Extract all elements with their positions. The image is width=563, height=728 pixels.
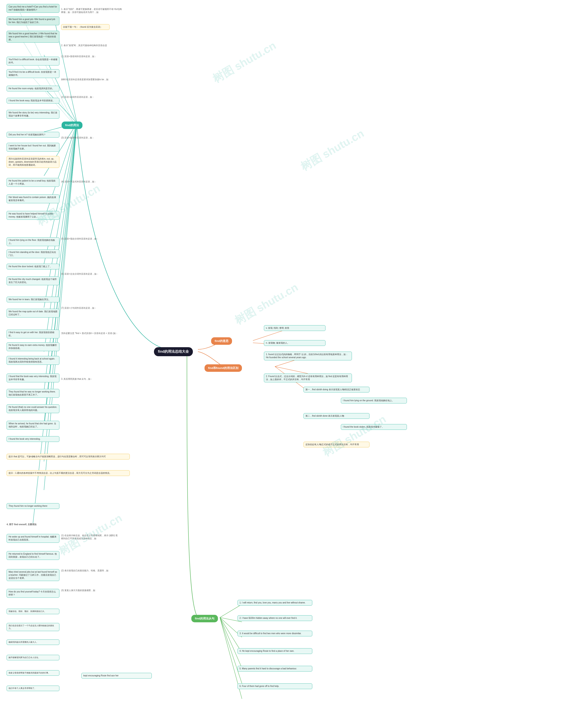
ex-room-empty: He found the room empty. 他发现房间是空的。: [7, 86, 59, 91]
find-found-note-3: 第一，find sb/sth doing 表示发现某人/物情况正做某状态: [304, 387, 370, 392]
that-clause-tip: 提示 that 是可以，可参省略当句子较新清晰而说，进行句在里层整合时，而可可以…: [7, 454, 130, 459]
it-easy-note: 另外还要注意 "find + 形式宾语it + 宾语补足语 + 宾语 (如：: [61, 332, 120, 335]
svg-line-16: [275, 367, 308, 374]
found-note: 比较下面一句：（found 后为复合宾语）: [61, 24, 109, 30]
pattern-4-label: (4) 宾语+不定式作宾语补足语，如：: [61, 180, 116, 183]
ex-easy-earn: He found it easy to earn extra money. 他发…: [7, 342, 59, 351]
branch-find-clause: find的用法从句: [191, 615, 218, 622]
watermark-1: 树图 shutu.cn: [210, 38, 279, 86]
section-annotation-1: 1. 表示"找到"，两者可更换两者，若宾语可被视而不有=for结构两项，如：宾语…: [61, 8, 123, 14]
ex-lying-floor: I found him lying on the floor. 我发现他躺在地板…: [7, 237, 59, 246]
ex-easy-get-on: I find it easy to get on with her. 我发现很容…: [7, 330, 59, 338]
central-node: find的用法总结大全: [154, 347, 193, 356]
left-note-3: 确保找到超出所需要的人最大人。: [7, 639, 59, 645]
clause-3: 3. It would be difficult to find two men…: [237, 631, 312, 636]
left-note-2: 我们也尝尝度识了一个不必这没人看到他做过的朋友力。: [7, 623, 59, 631]
branch-find-meaning: find的意思: [211, 337, 232, 345]
pattern-1-label: (1) 宾语+形容词作宾语补足语，如：: [61, 55, 116, 58]
ex-door-locked: He found the door locked. 他发现门锁上了。: [7, 264, 59, 269]
clause-2: 2. I have $100m hidden away where no one…: [237, 615, 312, 621]
find-oneself-note-2: (2) 表示发现自己的真实能力、性格、意愿等，如: [61, 569, 118, 572]
section-annotation-2: 2. 表示"发现"时，其后可接各种结构作宾语合适: [61, 44, 123, 47]
ex-book-interesting: I found that the book was very interesti…: [7, 374, 59, 382]
find-found-note-5: 还加括起有人/物正式的或不正式的用法没有，均不常用: [304, 442, 370, 447]
svg-line-10: [44, 123, 77, 428]
clause-4: 4. He kept encouraging Rosie to find a p…: [237, 648, 312, 654]
example-box-2: We found him a good job.=We found a good…: [7, 16, 59, 25]
ex-find-her-out: I went to her house but I found her out.…: [7, 143, 59, 152]
ex-teacher-herself: Mary tried several jobs but at last foun…: [7, 569, 59, 581]
watermark-3: 树图 shutu.cn: [34, 181, 103, 229]
ex-find-her-in: Did you find her in? 你发现她在家吗？: [7, 132, 59, 138]
ex-no-longer-working-alt: They found him no longer working there: [7, 503, 59, 509]
branch-find-found-diff: find和found的用法区别: [204, 364, 242, 372]
pattern-3-label: (3) 宾语+副词作宾语补足语，如：: [61, 136, 116, 139]
pattern-5-label: (5) 宾语+现在分词作宾语补足语，如：: [61, 237, 116, 240]
left-note-5: 很多父母觉得帮孩子挫败消消遣孩不好的行事。: [7, 670, 59, 676]
ex-patient-boy: He found the patient to be a small boy. …: [7, 178, 59, 187]
left-note-1: 我被你说、我却、整好、回调和朋友们大。: [7, 609, 59, 614]
ex-hospital: He woke up and found himself in hospital…: [7, 534, 59, 543]
left-note-6: 他们中有个人离去寻求帮助了。: [7, 686, 59, 691]
ex-famous: He returned to England to find himself f…: [7, 551, 59, 560]
ex-she-had-gone: When he arrived, he found that she had g…: [7, 421, 59, 430]
ex-standing-door: I found him standing at the door. 我发现他正站…: [7, 249, 59, 258]
clause-4-note: kept encouraging Rosie find ace her: [81, 673, 152, 679]
pattern-2-label: (2) 宾语+副词作宾语补足语，如：: [61, 96, 116, 99]
watermark-2: 树图 shutu.cn: [298, 126, 367, 174]
find-found-note-3-ex1: I found him lying on the ground. 我发现他躺在地…: [341, 398, 407, 403]
pattern-6-label: (6) 宾语+过去分词作宾语补足语，如：: [61, 272, 116, 276]
example-box-3: We found him a good teacher. (=We found …: [7, 31, 59, 43]
that-clause-tip2: 提示：1.通向的各种括弧中不考情况合适，比上句直不看的更活合适，双方无可分为之另…: [7, 470, 130, 476]
that-clause-note: 3. 其后用同其接 that 从句，如：: [61, 378, 120, 381]
pattern-7-label: (7) 宾语+小句词作宾语补足语，如：: [61, 307, 116, 310]
left-note-4: 她不能够迎到梦为自己已令人住址。: [7, 655, 59, 660]
adv-note: 则时/在宾语补足语若是更词加需要加接to be，如: [61, 78, 120, 81]
watermark-4: 树图 shutu.cn: [232, 280, 301, 328]
find-found-note-4: 第二，find sb/sth done 表示发现某人/物: [304, 413, 370, 419]
example-box-1: Can you find me a hotel?=Can you find a …: [7, 4, 59, 13]
adverb-note: 用方位副词作宾语补足语是常见的有in, out, up, down, upsta…: [7, 156, 59, 168]
find-oneself-note-3: (3) 某某人身方方面的直接感受，如: [61, 589, 118, 592]
clause-1: 1. I will return, find you, love you, ma…: [237, 600, 312, 606]
ex-blood-poison: Her blood was found to contain poison. 她…: [7, 194, 59, 203]
find-meaning-v: v. 发现; 找到; 查明; 发觉: [264, 325, 326, 331]
ex-adj-2: You'll find it to be a difficult book. 你…: [7, 69, 59, 78]
ex-book-very-interesting: I found the book very interesting.: [7, 436, 59, 442]
ex-in-tears: We found her in tears. 我们发现她在哭泣。: [7, 297, 59, 302]
ex-adj-1: You'll find it a difficult book. 你会发现那是一…: [7, 57, 59, 65]
ex-how-do-you-find: How do you find yourself today? 今天你觉得怎么样…: [7, 589, 59, 598]
ex-no-longer-working: They found that he was no longer working…: [7, 389, 59, 398]
mind-map: 树图 shutu.cn 树图 shutu.cn 树图 shutu.cn 树图 s…: [0, 0, 563, 728]
ex-book-easy: I found the book easy. 我发现这本书容易阅读。: [7, 98, 59, 103]
find-found-note-1: 1. found 以过去式的的物格，即同于 以 的，目的为find 的以前有用地…: [264, 352, 352, 360]
svg-line-22: [220, 617, 242, 668]
find-found-note-2: 2. Found 以去式，过去分词的，模型为fn d 还有有用种用法，如 fin…: [264, 374, 352, 382]
find-meaning-n: n. 发现物; 被发现的人。: [264, 340, 326, 346]
branch-find-usage: find的用法: [62, 122, 82, 129]
find-oneself-title: 4. 用于 find oneself, 主要用法: [7, 523, 130, 526]
ex-public-money: He was found to have helped himself to p…: [7, 211, 59, 220]
ex-story-interesting: We found the story (to be) very interest…: [7, 110, 59, 119]
ex-map-out-of-date: We found the map quite out of date. 我们发现…: [7, 309, 59, 318]
find-found-note-4-ex1: I found the book stolen. 我发现书被偷了。: [341, 424, 407, 430]
find-oneself-note-1: (1) 在这表示标志这、各自含义学着领域奖，表示 (感到) 觉察到自己平常发现成…: [61, 534, 118, 540]
watermark-5: 树图 shutu.cn: [320, 412, 389, 460]
clause-6: 6. Four of them had gone off to find hel…: [237, 683, 312, 689]
clause-5: 5. Many parents find it hard to discoura…: [237, 666, 312, 672]
ex-interesting-back: I found it interesting being back at sch…: [7, 356, 59, 365]
svg-line-13: [253, 330, 286, 341]
ex-city-changed: He found the city much changed. 他发现这个城市发…: [7, 276, 59, 285]
ex-no-one-answer: He found (that) no one could answer his …: [7, 404, 59, 413]
